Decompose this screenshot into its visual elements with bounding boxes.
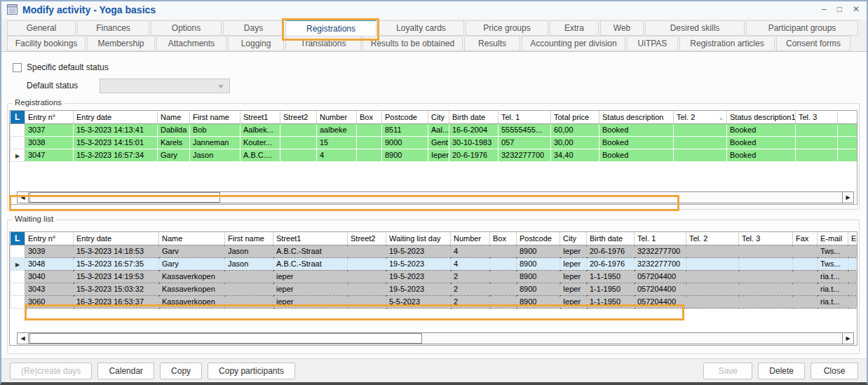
- column-header[interactable]: Street1: [240, 111, 280, 123]
- cell: 9000: [382, 136, 428, 149]
- column-header[interactable]: Street2: [348, 232, 386, 245]
- registrations-hscrollbar[interactable]: ◀ ▶: [17, 191, 854, 203]
- column-header[interactable]: Box: [357, 111, 382, 123]
- scroll-thumb[interactable]: [29, 333, 422, 344]
- cell: A.B.C.-Straat: [273, 245, 348, 257]
- column-header[interactable]: Fax: [793, 232, 818, 245]
- tab-desired-skills[interactable]: Desired skills: [645, 20, 745, 36]
- table-row[interactable]: 303715-3-2023 14:13:41DabildaBobAalbek..…: [11, 123, 857, 136]
- cell: 057204400: [635, 295, 686, 308]
- column-header[interactable]: E-mail: [818, 232, 848, 245]
- tab-participant-groups[interactable]: Participant groups: [746, 20, 858, 36]
- scroll-thumb[interactable]: [29, 192, 220, 203]
- calendar-button[interactable]: Calendar: [97, 363, 154, 379]
- column-header[interactable]: Tel. 1: [499, 111, 551, 123]
- waiting-list-hscrollbar[interactable]: ◀ ▶: [17, 332, 854, 344]
- cell: [490, 283, 517, 295]
- cell: [739, 257, 793, 270]
- tab-consent-forms[interactable]: Consent forms: [776, 36, 850, 51]
- column-header[interactable]: First name: [225, 232, 273, 245]
- table-row[interactable]: 306016-3-2023 16:53:37Kassaverkopenieper…: [11, 295, 857, 308]
- tab-general[interactable]: General: [7, 20, 76, 36]
- current-row-marker: ▶: [11, 257, 25, 270]
- close-icon[interactable]: ✕: [853, 3, 860, 15]
- column-header[interactable]: E-: [848, 232, 857, 245]
- delete-button[interactable]: Delete: [758, 363, 805, 379]
- tab-translations[interactable]: Translations: [285, 36, 361, 51]
- column-header[interactable]: [838, 111, 857, 123]
- tab-registrations[interactable]: Registrations: [285, 19, 377, 36]
- column-header[interactable]: Postcode: [517, 232, 560, 245]
- table-row[interactable]: 303915-3-2023 14:18:53GarvJasonA.B.C.-St…: [11, 245, 857, 257]
- default-status-dropdown[interactable]: [100, 79, 230, 93]
- column-header[interactable]: Number: [317, 111, 357, 123]
- scroll-right-icon[interactable]: ▶: [842, 333, 853, 344]
- close-button[interactable]: Close: [811, 363, 858, 379]
- column-header[interactable]: Birth date: [587, 232, 635, 245]
- column-header[interactable]: Number: [451, 232, 490, 245]
- tab-web[interactable]: Web: [600, 20, 644, 36]
- column-header[interactable]: Status description: [599, 111, 674, 123]
- column-header[interactable]: City: [428, 111, 449, 123]
- specific-default-status-checkbox[interactable]: [13, 63, 22, 72]
- tab-price-groups[interactable]: Price groups: [466, 20, 548, 36]
- modify-activity-window: Modify activity - Yoga basics – □ ✕ Gene…: [0, 0, 868, 385]
- column-header[interactable]: Entry n°: [25, 232, 74, 245]
- tab-logging[interactable]: Logging: [228, 36, 284, 51]
- tab-extra[interactable]: Extra: [550, 20, 599, 36]
- cell: [490, 270, 517, 283]
- tab-results[interactable]: Results: [464, 36, 520, 51]
- tab-finances[interactable]: Finances: [77, 20, 149, 36]
- tab-accounting-per-division[interactable]: Accounting per division: [522, 36, 625, 51]
- tab-uitpas[interactable]: UiTPAS: [627, 36, 678, 51]
- tab-options[interactable]: Options: [151, 20, 222, 36]
- column-header[interactable]: Name: [159, 232, 225, 245]
- tab-days[interactable]: Days: [223, 20, 284, 36]
- table-row[interactable]: ▶304715-3-2023 16:57:34GaryJasonA.B.C...…: [11, 149, 857, 161]
- column-header[interactable]: Entry date: [74, 232, 159, 245]
- tab-loyalty-cards[interactable]: Loyalty cards: [378, 20, 464, 36]
- tab-registration-articles[interactable]: Registration articles: [679, 36, 775, 51]
- column-header[interactable]: Street2: [280, 111, 317, 123]
- tab-results-to-be-obtained[interactable]: Results to be obtained: [362, 36, 463, 51]
- column-header[interactable]: Street1: [273, 232, 348, 245]
- column-header[interactable]: Tel. 1: [635, 232, 686, 245]
- table-row[interactable]: 304315-3-2023 15:03:32Kassaverkopenieper…: [11, 283, 857, 295]
- cell: Booked: [599, 136, 674, 149]
- column-header[interactable]: First name: [190, 111, 240, 123]
- column-header[interactable]: Total price: [551, 111, 599, 123]
- cell: [739, 270, 793, 283]
- tab-attachments[interactable]: Attachments: [156, 36, 226, 51]
- scroll-right-icon[interactable]: ▶: [842, 192, 853, 203]
- cell: 8900: [517, 295, 560, 308]
- table-row[interactable]: 304015-3-2023 14:19:53Kassaverkopenieper…: [11, 270, 857, 283]
- copy-participants-button[interactable]: Copy participants: [208, 363, 295, 379]
- column-header[interactable]: Entry n°: [25, 111, 74, 123]
- column-header[interactable]: Waiting list day: [386, 232, 451, 245]
- tab-facility-bookings[interactable]: Facility bookings: [7, 36, 86, 51]
- column-header[interactable]: Box: [490, 232, 517, 245]
- column-header[interactable]: Postcode: [382, 111, 428, 123]
- column-header[interactable]: Tel. 3: [739, 232, 793, 245]
- column-header[interactable]: Tel. 2: [686, 232, 739, 245]
- table-row[interactable]: ▶304815-3-2023 16:57:35GaryJasonA.B.C.-S…: [11, 257, 857, 270]
- scroll-left-icon[interactable]: ◀: [18, 333, 29, 344]
- column-header[interactable]: Tel. 2▲: [674, 111, 727, 123]
- cell: Tws...: [818, 257, 848, 270]
- column-header[interactable]: Tel. 3: [796, 111, 838, 123]
- column-header[interactable]: Entry date: [74, 111, 158, 123]
- cell: 8900: [517, 283, 560, 295]
- column-header[interactable]: Birth date: [449, 111, 499, 123]
- table-row[interactable]: 303815-3-2023 14:15:01KarelsJannemanKout…: [11, 136, 857, 149]
- minimize-icon[interactable]: –: [822, 3, 827, 15]
- maximize-icon[interactable]: □: [837, 3, 842, 15]
- cell: 20-6-1976: [587, 257, 635, 270]
- column-header[interactable]: City: [560, 232, 587, 245]
- scroll-left-icon[interactable]: ◀: [18, 192, 29, 203]
- copy-button[interactable]: Copy: [160, 363, 202, 379]
- cell: [674, 123, 727, 136]
- column-header[interactable]: Name: [158, 111, 190, 123]
- tab-membership[interactable]: Membership: [87, 36, 155, 51]
- column-header[interactable]: Status description1: [727, 111, 796, 123]
- cell: [686, 257, 739, 270]
